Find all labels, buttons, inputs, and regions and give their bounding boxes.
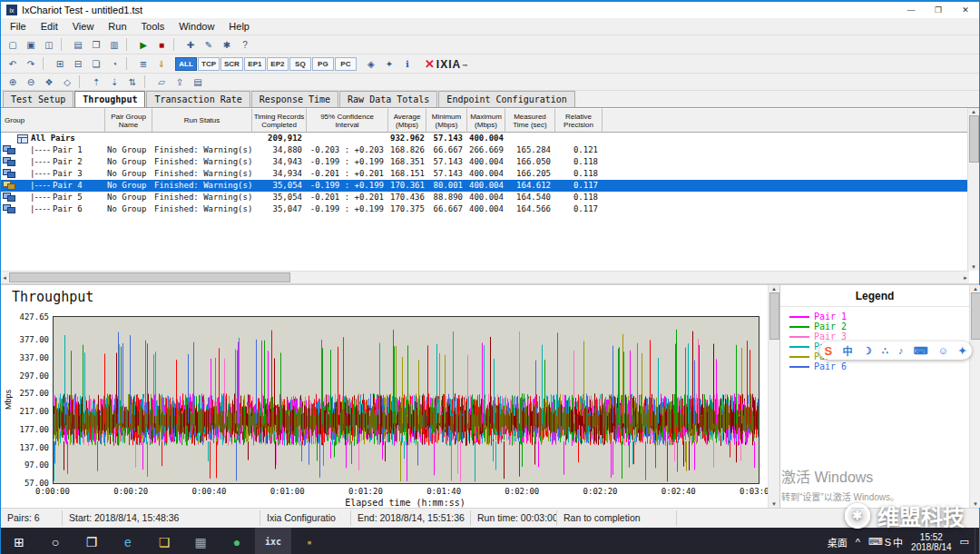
menu-tools[interactable]: Tools bbox=[134, 21, 172, 32]
replicate-pair-icon[interactable]: ❏ bbox=[88, 56, 104, 71]
open-test-icon[interactable]: ▣ bbox=[23, 37, 39, 52]
taskbar-clock[interactable]: 15:52 2018/8/14 bbox=[911, 532, 952, 552]
copy-icon[interactable]: ❐ bbox=[88, 37, 104, 52]
tab-test-setup[interactable]: Test Setup bbox=[3, 91, 74, 107]
print-icon[interactable]: ▤ bbox=[70, 37, 86, 52]
options-icon[interactable]: ✱ bbox=[219, 37, 235, 52]
taskbar-app-tool[interactable]: ▪ bbox=[291, 528, 328, 554]
separator[interactable] bbox=[173, 38, 179, 51]
scroll-right-arrow[interactable]: ► bbox=[963, 275, 968, 281]
maximize-button[interactable]: ❐ bbox=[925, 2, 952, 18]
add-endpoint-pair-icon[interactable]: ⊞ bbox=[52, 56, 68, 71]
highlight-icon[interactable]: ✦ bbox=[381, 56, 397, 71]
filter-pc[interactable]: PC bbox=[335, 57, 357, 71]
separator[interactable] bbox=[144, 75, 150, 88]
header-average[interactable]: Average (Mbps) bbox=[388, 108, 426, 133]
separator[interactable] bbox=[79, 75, 84, 88]
scroll-down-arrow[interactable]: ▼ bbox=[971, 264, 976, 270]
show-desktop-button[interactable] bbox=[975, 528, 979, 554]
tray-ime-sogou-icon[interactable]: S bbox=[885, 537, 891, 548]
filter-ep2[interactable]: EP2 bbox=[267, 57, 289, 71]
table-row-pair-6[interactable]: |---- Pair 6 No Group Finished: Warning(… bbox=[1, 203, 969, 215]
task-view-button[interactable]: ❐ bbox=[74, 528, 110, 554]
stop-test-icon[interactable]: ■ bbox=[153, 37, 170, 52]
header-run-status[interactable]: Run Status bbox=[152, 108, 252, 133]
scroll-up-arrow[interactable]: ▲ bbox=[771, 286, 777, 292]
move-up-icon[interactable]: ⇡ bbox=[88, 74, 104, 89]
desktop-toolbar-label[interactable]: 桌面 bbox=[828, 535, 848, 549]
cortana-search-button[interactable]: ○ bbox=[37, 528, 74, 554]
paste-icon[interactable]: ▥ bbox=[106, 37, 122, 52]
legend-pair-2[interactable]: Pair 2 bbox=[789, 322, 960, 331]
filter-pg[interactable]: PG bbox=[312, 57, 334, 71]
header-timing-records[interactable]: Timing Records Completed bbox=[252, 108, 307, 133]
console-icon[interactable]: ≣ bbox=[135, 56, 152, 71]
schedule-icon[interactable]: ◔ bbox=[106, 56, 122, 71]
separator[interactable] bbox=[61, 38, 66, 51]
help-icon[interactable]: ? bbox=[237, 37, 253, 52]
action-center-icon[interactable]: ▭ bbox=[960, 536, 969, 548]
tab-transaction-rate[interactable]: Transaction Rate bbox=[146, 91, 250, 107]
grid-horizontal-scrollbar[interactable]: ◄ ► bbox=[1, 271, 969, 283]
redo-icon[interactable]: ↷ bbox=[23, 56, 39, 71]
filter-sq[interactable]: SQ bbox=[289, 57, 311, 71]
start-button[interactable]: ⊞ bbox=[1, 528, 37, 554]
header-minimum[interactable]: Minimum (Mbps) bbox=[426, 108, 467, 133]
group-pairs-icon[interactable]: ❖ bbox=[41, 74, 57, 89]
filter-tcp[interactable]: TCP bbox=[198, 57, 220, 71]
scroll-thumb[interactable] bbox=[969, 115, 979, 163]
new-test-icon[interactable]: ▢ bbox=[5, 37, 21, 52]
tray-chevron-icon[interactable]: ^ bbox=[856, 537, 860, 548]
header-group[interactable]: Group bbox=[1, 108, 105, 133]
scroll-up-arrow[interactable]: ▲ bbox=[971, 109, 976, 114]
minimize-button[interactable]: — bbox=[897, 2, 925, 18]
ime-halfwidth-icon[interactable]: ☽ bbox=[863, 345, 872, 357]
header-relative-precision[interactable]: Relative Precision bbox=[555, 108, 603, 133]
download-icon[interactable]: ⇓ bbox=[153, 56, 170, 71]
table-row-all-pairs[interactable]: All Pairs 209,912 932.962 57.143 400.004 bbox=[1, 133, 969, 144]
taskbar-app-browser[interactable]: ● bbox=[219, 528, 255, 554]
tray-keyboard-icon[interactable]: ⌨ bbox=[868, 536, 883, 548]
menu-file[interactable]: File bbox=[3, 21, 34, 32]
menu-view[interactable]: View bbox=[65, 21, 102, 32]
legend-pair-1[interactable]: Pair 1 bbox=[789, 312, 960, 322]
taskbar-app-edge[interactable]: e bbox=[110, 528, 146, 554]
separator[interactable] bbox=[43, 57, 48, 70]
legend-vertical-scrollbar[interactable]: ▲ ▼ bbox=[969, 285, 980, 508]
scroll-down-arrow[interactable]: ▼ bbox=[771, 501, 777, 507]
legend-pair-6[interactable]: Pair 6 bbox=[789, 361, 960, 371]
chart-vertical-scrollbar[interactable]: ▲ ▼ bbox=[768, 285, 779, 508]
scroll-thumb[interactable] bbox=[769, 292, 779, 340]
filter-scr[interactable]: SCR bbox=[220, 57, 243, 71]
sogou-logo-icon[interactable]: S bbox=[825, 344, 833, 358]
scroll-left-arrow[interactable]: ◄ bbox=[2, 275, 7, 281]
table-row-pair-5[interactable]: |---- Pair 5 No Group Finished: Warning(… bbox=[1, 192, 969, 203]
table-row-pair-2[interactable]: |---- Pair 2 No Group Finished: Warning(… bbox=[1, 156, 969, 168]
ime-emoji-icon[interactable]: ☺ bbox=[938, 345, 948, 356]
expand-all-icon[interactable]: ⊕ bbox=[5, 74, 21, 89]
print-graph-icon[interactable]: ▤ bbox=[190, 74, 206, 89]
ime-mode-chinese-icon[interactable]: 中 bbox=[842, 343, 852, 358]
report-icon[interactable]: ▱ bbox=[153, 74, 170, 89]
add-pair-icon[interactable]: ✚ bbox=[182, 37, 199, 52]
taskbar-app-file-explorer[interactable]: ❏ bbox=[146, 528, 182, 554]
view-settings-icon[interactable]: ◈ bbox=[363, 56, 379, 71]
undo-icon[interactable]: ↶ bbox=[5, 56, 21, 71]
header-measured-time[interactable]: Measured Time (sec) bbox=[505, 108, 555, 133]
legend-pair-3[interactable]: Pair 3 bbox=[789, 331, 960, 341]
menu-edit[interactable]: Edit bbox=[34, 21, 65, 32]
ime-voice-icon[interactable]: ♪ bbox=[898, 345, 904, 356]
tab-throughput[interactable]: Throughput bbox=[74, 91, 145, 107]
menu-window[interactable]: Window bbox=[172, 21, 221, 32]
add-multicast-pair-icon[interactable]: ⊟ bbox=[70, 56, 86, 71]
tab-response-time[interactable]: Response Time bbox=[251, 91, 338, 107]
header-pair-group-name[interactable]: Pair Group Name bbox=[105, 108, 152, 133]
ungroup-pairs-icon[interactable]: ◇ bbox=[59, 74, 75, 89]
save-test-icon[interactable]: ◫ bbox=[41, 37, 57, 52]
table-row-pair-1[interactable]: |---- Pair 1 No Group Finished: Warning(… bbox=[1, 144, 969, 156]
taskbar-app-ixchariot[interactable]: ixc bbox=[255, 528, 291, 554]
scroll-thumb[interactable] bbox=[971, 292, 980, 340]
close-button[interactable]: ✕ bbox=[952, 2, 979, 18]
grid-vertical-scrollbar[interactable]: ▲ ▼ bbox=[967, 108, 979, 271]
edit-pair-icon[interactable]: ✎ bbox=[201, 37, 217, 52]
